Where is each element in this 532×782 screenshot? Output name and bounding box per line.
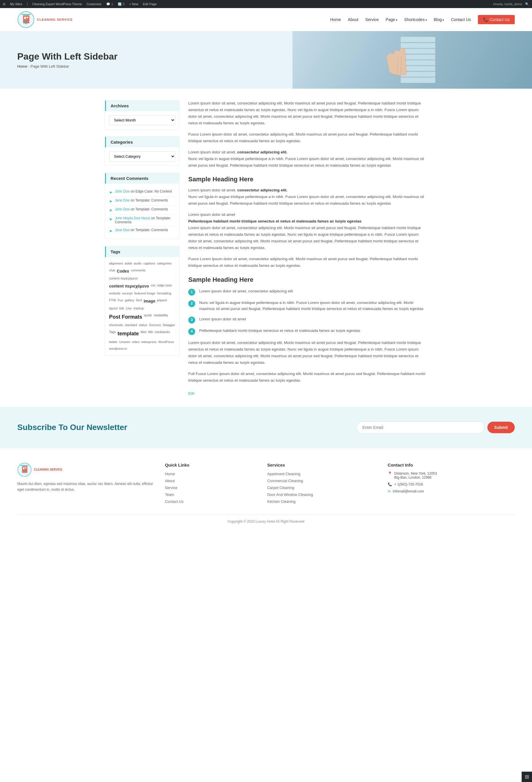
nav-page-link[interactable]: Page	[386, 17, 397, 22]
tag-template[interactable]: template	[117, 329, 139, 338]
newsletter-submit-btn[interactable]: Submit	[487, 422, 515, 433]
tag-tiled[interactable]: tiled	[140, 329, 146, 338]
tag-live[interactable]: Live	[126, 306, 132, 311]
tag-chat[interactable]: chat	[109, 268, 115, 274]
list-text-1: Lorem ipsum dolor sit amet, consectetur …	[199, 288, 293, 294]
tag-swagger[interactable]: Swagger	[163, 323, 175, 328]
nav-home[interactable]: Home	[330, 17, 341, 22]
admin-new-link[interactable]: + New	[129, 2, 139, 6]
admin-theme[interactable]: Cleaning Expert WordPress Theme	[32, 2, 82, 6]
tag-excerpt[interactable]: excerpt	[122, 291, 133, 296]
admin-search-icon[interactable]: 🔍	[525, 2, 529, 6]
footer-service-5-a[interactable]: Kitchen Cleaning	[267, 499, 295, 504]
tag-success[interactable]: Success	[149, 323, 161, 328]
tag-content-gr[interactable]: content περιεχόμενο	[109, 276, 138, 281]
nav-service[interactable]: Service	[365, 17, 379, 22]
tag-edge[interactable]: edge case	[157, 283, 172, 289]
tag-featured[interactable]: featured image	[134, 291, 155, 296]
archives-dropdown[interactable]: Select Month January 2023 February 2023 …	[109, 115, 175, 125]
comment-author-3[interactable]: John Doe	[115, 207, 130, 211]
edit-link[interactable]: Edit	[188, 391, 194, 395]
footer-link-team-a[interactable]: Team	[165, 493, 174, 497]
tags-widget: Tags alignment aside audio captions cate…	[105, 246, 180, 356]
admin-customize[interactable]: Customize	[87, 2, 102, 6]
tag-shortcode[interactable]: shortcode	[109, 323, 123, 328]
admin-wp-icon[interactable]: ⊞	[3, 2, 5, 6]
footer-email: ✉ infomail@email.com	[388, 489, 515, 493]
admin-sites[interactable]: My Sites	[10, 2, 22, 6]
tag-status[interactable]: status	[139, 323, 147, 328]
categories-dropdown[interactable]: Select Category Cleaning Tips News	[109, 151, 175, 162]
tag-css[interactable]: css	[151, 283, 156, 289]
tag-video[interactable]: video	[132, 340, 139, 345]
banner-content: Page With Left Sidebar Home - Page With …	[17, 51, 117, 69]
tag-tags[interactable]: Tags	[109, 329, 116, 338]
nav-blog-link[interactable]: Blog	[434, 17, 444, 22]
footer-link-about-a[interactable]: About	[165, 478, 175, 483]
tag-readability[interactable]: readability	[154, 313, 168, 321]
tag-wordpress-tv[interactable]: wordpress.tv	[109, 346, 127, 351]
tag-standard[interactable]: standard	[125, 323, 137, 328]
breadcrumb-home[interactable]: Home	[17, 64, 27, 69]
footer-service-1-a[interactable]: Apartment Cleaning	[267, 472, 300, 476]
tag-alignment[interactable]: alignment	[109, 261, 123, 266]
tag-link[interactable]: link	[119, 306, 124, 311]
tag-comments[interactable]: comments	[131, 268, 146, 274]
tag-layout[interactable]: layout	[109, 306, 117, 311]
logo[interactable]: CLEANING SERVICE	[17, 11, 73, 28]
nav-contact[interactable]: Contact Us	[451, 17, 471, 22]
footer-link-home-a[interactable]: Home	[165, 472, 175, 476]
tag-markup[interactable]: markup	[133, 306, 144, 311]
tag-wordpress[interactable]: WordPress	[158, 340, 174, 345]
footer-services: Services Apartment Cleaning Commercial C…	[267, 463, 376, 506]
tag-aside[interactable]: aside	[125, 261, 132, 266]
admin-separator: |	[27, 2, 28, 6]
tag-fun[interactable]: Fun	[118, 298, 123, 304]
tag-trackbacks[interactable]: trackbacks	[155, 329, 170, 338]
comment-author-1[interactable]: John Doe	[115, 189, 130, 193]
admin-comments-icon[interactable]: 💬 1	[106, 2, 113, 6]
tags-title: Tags	[105, 246, 179, 257]
admin-updates-icon[interactable]: 🔄 5	[118, 2, 125, 6]
tag-embeds[interactable]: embeds	[109, 291, 120, 296]
tag-gallery[interactable]: gallery	[125, 298, 134, 304]
footer-service-3-a[interactable]: Carpet Cleaning	[267, 486, 294, 490]
nav-shortcodes[interactable]: Shortcodes	[404, 17, 427, 22]
tag-image[interactable]: image	[144, 298, 155, 304]
tag-formatting[interactable]: formatting	[157, 291, 171, 296]
comment-author-5[interactable]: Jane Doe	[115, 228, 130, 232]
tag-unseen[interactable]: Unseen	[119, 340, 130, 345]
admin-user[interactable]: Howdy, luzluk_demo	[493, 2, 522, 6]
nav-blog[interactable]: Blog	[434, 17, 444, 22]
footer-link-home: Home	[165, 471, 256, 476]
tag-jetpack[interactable]: jetpack	[157, 298, 167, 304]
tag-title[interactable]: title	[148, 329, 153, 338]
tag-audio[interactable]: audio	[134, 261, 142, 266]
comment-author-2[interactable]: Jane Doe	[115, 198, 130, 202]
footer-service-2-a[interactable]: Commercial Cleaning	[267, 478, 303, 483]
tag-content-gr2[interactable]: content περιεχόμενο	[109, 283, 149, 289]
tag-quote[interactable]: quote	[144, 313, 152, 321]
tag-codex[interactable]: Codex	[117, 268, 129, 274]
tag-categories[interactable]: categories	[157, 261, 172, 266]
admin-right: Howdy, luzluk_demo 🔍	[493, 2, 529, 6]
comment-author-4[interactable]: John Μαρία Doe Ntouz	[115, 216, 150, 220]
footer-link-contact-a[interactable]: Contact Us	[165, 499, 183, 504]
nav-shortcodes-link[interactable]: Shortcodes	[404, 17, 427, 22]
newsletter-email-input[interactable]	[356, 421, 485, 433]
footer-service-4-a[interactable]: Door And Window Cleaning	[267, 493, 313, 497]
tag-captions[interactable]: captions	[143, 261, 155, 266]
tag-videopress[interactable]: videopress	[141, 340, 156, 345]
contact-btn[interactable]: 📞 Contact Us	[478, 15, 515, 24]
tag-ftw[interactable]: FTW	[109, 298, 116, 304]
nav-about[interactable]: About	[348, 17, 358, 22]
footer-email-text: infomail@email.com	[393, 489, 424, 493]
footer-link-service-a[interactable]: Service	[165, 486, 177, 490]
footer-contact-info: Contact Info 📍 Delanson, New York, 12053…	[388, 463, 515, 506]
tag-html[interactable]: html	[136, 298, 142, 304]
tag-twitter[interactable]: twitter	[109, 340, 117, 345]
admin-edit-link[interactable]: Edit Page	[143, 2, 156, 6]
footer-link-team: Team	[165, 492, 256, 497]
nav-page[interactable]: Page	[386, 17, 397, 22]
tag-post-formats[interactable]: Post Formats	[109, 313, 142, 321]
